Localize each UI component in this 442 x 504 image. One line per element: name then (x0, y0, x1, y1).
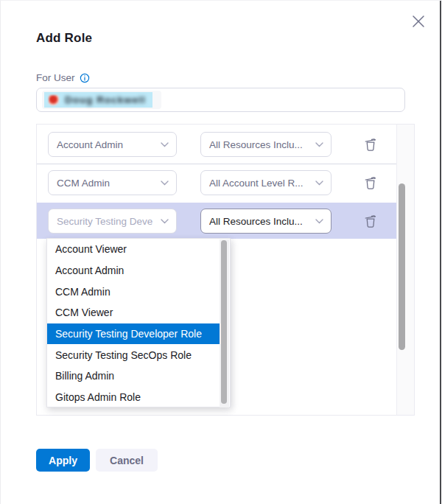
user-field[interactable]: Doug Rockwell (36, 88, 405, 112)
apply-button[interactable]: Apply (36, 449, 90, 472)
close-icon[interactable] (411, 14, 426, 29)
resource-select-value: All Resources Inclu... (209, 139, 303, 150)
menu-option[interactable]: Security Testing SecOps Role (47, 344, 220, 365)
delete-row-icon[interactable] (364, 214, 377, 228)
menu-option[interactable]: Gitops Admin Role (47, 387, 220, 408)
chevron-down-icon (161, 142, 169, 147)
chevron-down-icon (315, 181, 323, 186)
role-select-value: Account Admin (57, 139, 123, 150)
role-select-row1[interactable]: Account Admin (48, 132, 177, 157)
chevron-down-icon (315, 219, 323, 224)
role-select-value: Security Testing Deve (57, 216, 152, 227)
resource-select-row2[interactable]: All Account Level R... (200, 170, 332, 195)
resource-select-value: All Account Level R... (209, 178, 304, 189)
menu-option[interactable]: Billing Admin (47, 365, 220, 387)
role-select-row3-open[interactable]: Security Testing Deve (48, 209, 177, 234)
modal-right-edge (440, 1, 441, 504)
resource-select-value: All Resources Inclu... (209, 216, 303, 227)
resource-select-row3[interactable]: All Resources Inclu... (200, 209, 332, 234)
cancel-button[interactable]: Cancel (96, 449, 158, 472)
chevron-down-icon (315, 142, 323, 147)
add-role-modal: Add Role For User Doug Rockwell Account … (0, 0, 442, 504)
menu-option-highlighted[interactable]: Security Testing Developer Role (47, 323, 220, 345)
menu-scrollbar-thumb[interactable] (221, 240, 227, 404)
user-name: Doug Rockwell (65, 94, 146, 105)
row-divider (37, 164, 397, 164)
info-icon[interactable] (80, 73, 90, 83)
menu-option[interactable]: CCM Admin (47, 281, 220, 302)
role-select-value: CCM Admin (57, 178, 110, 189)
delete-row-icon[interactable] (364, 137, 377, 152)
menu-option[interactable]: CCM Viewer (47, 302, 220, 323)
for-user-label: For User (36, 72, 75, 83)
user-chip-selection: Doug Rockwell (44, 92, 152, 108)
delete-row-icon[interactable] (364, 175, 377, 190)
page-title: Add Role (36, 31, 92, 46)
user-chip: Doug Rockwell (42, 91, 161, 109)
role-select-row2[interactable]: CCM Admin (48, 170, 177, 195)
menu-option[interactable]: Account Admin (47, 260, 220, 281)
roles-scrollbar-thumb[interactable] (399, 183, 405, 350)
user-avatar (49, 95, 59, 105)
chevron-down-icon (161, 181, 169, 186)
chevron-down-icon (161, 219, 169, 224)
role-dropdown-menu: Account Viewer Account Admin CCM Admin C… (46, 238, 231, 407)
resource-select-row1[interactable]: All Resources Inclu... (200, 132, 332, 157)
menu-option[interactable]: Account Viewer (47, 239, 220, 260)
